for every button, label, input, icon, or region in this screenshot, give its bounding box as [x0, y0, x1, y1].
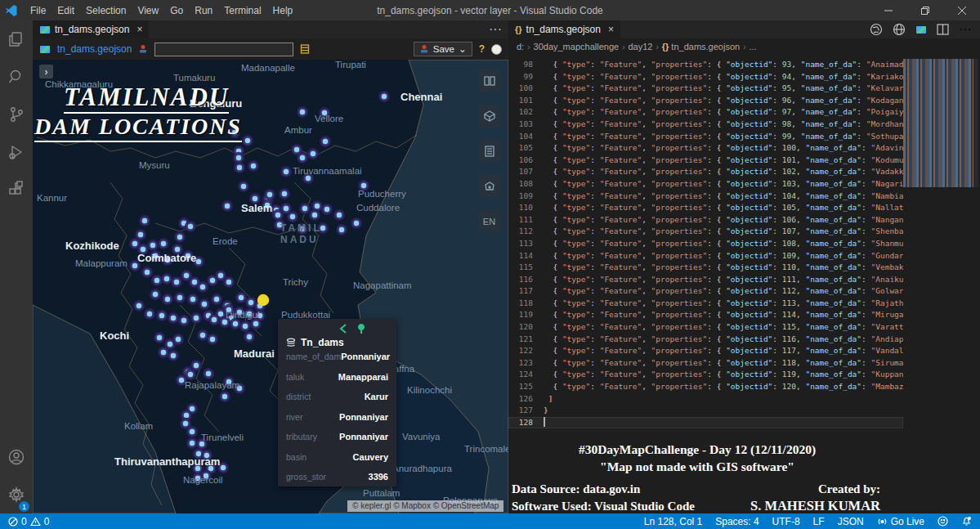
dam-dot[interactable]: [163, 295, 172, 303]
dam-dot[interactable]: [199, 331, 207, 339]
settings-gear-icon[interactable]: 1: [0, 476, 33, 513]
feedback-icon[interactable]: [937, 516, 948, 527]
chevron-left-icon[interactable]: [339, 324, 347, 334]
dam-dot[interactable]: [223, 202, 231, 210]
code-line-104[interactable]: 104 { "type": "Feature", "properties": {…: [508, 131, 903, 143]
code-line-118[interactable]: 118 { "type": "Feature", "properties": {…: [508, 298, 903, 310]
dam-dot[interactable]: [176, 233, 184, 241]
dam-dot[interactable]: [241, 322, 249, 330]
code-line-101[interactable]: 101 { "type": "Feature", "properties": {…: [508, 95, 903, 107]
menu-item-view[interactable]: View: [132, 5, 164, 16]
dam-dot[interactable]: [298, 108, 307, 116]
dam-dot[interactable]: [200, 300, 208, 308]
dam-dot[interactable]: [219, 464, 227, 472]
dam-dot[interactable]: [221, 392, 229, 401]
dam-dot[interactable]: [180, 316, 188, 325]
dam-dot[interactable]: [181, 419, 190, 428]
dam-dot[interactable]: [323, 205, 331, 213]
tab-close-icon[interactable]: ×: [136, 24, 142, 35]
cursor-position[interactable]: Ln 128, Col 1: [644, 516, 702, 527]
language-mode[interactable]: JSON: [838, 516, 864, 527]
encoding[interactable]: UTF-8: [772, 516, 800, 527]
tab-close-icon[interactable]: ×: [608, 24, 614, 35]
code-line-121[interactable]: 121 { "type": "Feature", "properties": {…: [508, 334, 903, 346]
dam-dot[interactable]: [186, 222, 195, 231]
restore-icon[interactable]: [906, 0, 943, 20]
dam-dot[interactable]: [274, 211, 282, 219]
code-line-124[interactable]: 124 { "type": "Feature", "properties": {…: [508, 369, 903, 381]
dam-dot[interactable]: [136, 231, 145, 239]
dam-dot[interactable]: [186, 370, 195, 379]
pin-icon[interactable]: [357, 324, 365, 334]
dam-dot[interactable]: [289, 213, 297, 221]
code-line-120[interactable]: 120 { "type": "Feature", "properties": {…: [508, 321, 903, 334]
dam-dot[interactable]: [141, 217, 149, 225]
search-icon[interactable]: [0, 58, 33, 96]
dam-dot[interactable]: [335, 211, 343, 219]
minimize-icon[interactable]: [870, 0, 906, 20]
dam-dot[interactable]: [174, 335, 182, 343]
dam-dot[interactable]: [213, 295, 221, 303]
dam-dot[interactable]: [217, 271, 225, 280]
geo-data-viewer-icon[interactable]: [870, 23, 883, 36]
dam-dot[interactable]: [309, 150, 317, 158]
code-line-123[interactable]: 123 { "type": "Feature", "properties": {…: [508, 357, 903, 370]
close-icon[interactable]: [943, 0, 980, 20]
code-line-114[interactable]: 114 { "type": "Feature", "properties": {…: [508, 250, 903, 262]
dam-dot[interactable]: [338, 226, 346, 234]
dam-dot[interactable]: [143, 268, 151, 276]
code-line-106[interactable]: 106 { "type": "Feature", "properties": {…: [508, 155, 903, 167]
map-search-input[interactable]: [154, 43, 293, 56]
dam-dot[interactable]: [311, 211, 319, 219]
code-line-102[interactable]: 102 { "type": "Feature", "properties": {…: [508, 106, 903, 119]
tab-tn-dams-map[interactable]: tn_dams.geojson ×: [33, 20, 149, 38]
map-preview-icon[interactable]: [915, 25, 927, 34]
save-button[interactable]: Save ⌄: [414, 42, 472, 56]
code-line-110[interactable]: 110 { "type": "Feature", "properties": {…: [508, 202, 903, 214]
dam-dot[interactable]: [313, 202, 321, 210]
code-line-105[interactable]: 105 { "type": "Feature", "properties": {…: [508, 142, 903, 155]
code-line-113[interactable]: 113 { "type": "Feature", "properties": {…: [508, 238, 903, 250]
code-line-111[interactable]: 111 { "type": "Feature", "properties": {…: [508, 214, 903, 226]
minimap-slider[interactable]: [903, 59, 978, 187]
dam-dot[interactable]: [189, 295, 197, 303]
code-line-107[interactable]: 107 { "type": "Feature", "properties": {…: [508, 166, 903, 178]
code-line-117[interactable]: 117 { "type": "Feature", "properties": {…: [508, 285, 903, 298]
dam-dot[interactable]: [159, 348, 168, 356]
dam-dot[interactable]: [293, 146, 301, 154]
explorer-icon[interactable]: [0, 20, 33, 58]
locale-button[interactable]: EN: [478, 210, 500, 232]
more-actions-icon[interactable]: ···: [489, 22, 502, 37]
dam-dot[interactable]: [282, 168, 290, 176]
dam-dot[interactable]: [151, 290, 159, 298]
draw-polygon-icon[interactable]: [478, 175, 500, 197]
code-line-99[interactable]: 99 { "type": "Feature", "properties": { …: [508, 71, 903, 83]
dam-dot[interactable]: [301, 204, 309, 213]
table-view-icon[interactable]: [300, 44, 310, 54]
menu-item-help[interactable]: Help: [267, 5, 299, 16]
dam-dot[interactable]: [380, 92, 388, 101]
code-line-108[interactable]: 108 { "type": "Feature", "properties": {…: [508, 178, 903, 191]
code-line-109[interactable]: 109 { "type": "Feature", "properties": {…: [508, 191, 903, 203]
breadcrumb-file[interactable]: tn_dams.geojson: [671, 42, 740, 52]
menu-item-edit[interactable]: Edit: [51, 5, 80, 16]
menu-item-terminal[interactable]: Terminal: [218, 5, 266, 16]
indentation[interactable]: Spaces: 4: [715, 516, 758, 527]
dam-dot[interactable]: [149, 241, 157, 249]
assistant-icon[interactable]: [491, 44, 502, 55]
dam-dot[interactable]: [145, 310, 154, 318]
dam-dot[interactable]: [266, 191, 274, 199]
dam-dot[interactable]: [252, 320, 260, 328]
globe-icon[interactable]: [893, 23, 906, 36]
dam-dot[interactable]: [321, 137, 329, 146]
breadcrumb-folder[interactable]: day12: [628, 42, 652, 52]
dam-dot[interactable]: [199, 283, 207, 291]
menu-item-go[interactable]: Go: [164, 5, 189, 16]
code-line-103[interactable]: 103 { "type": "Feature", "properties": {…: [508, 119, 903, 131]
code-line-122[interactable]: 122 { "type": "Feature", "properties": {…: [508, 345, 903, 357]
code-line-116[interactable]: 116 { "type": "Feature", "properties": {…: [508, 274, 903, 286]
menu-item-file[interactable]: File: [25, 5, 51, 16]
dam-dot[interactable]: [155, 334, 163, 342]
dam-dot[interactable]: [204, 370, 213, 378]
dam-dot[interactable]: [159, 240, 168, 248]
